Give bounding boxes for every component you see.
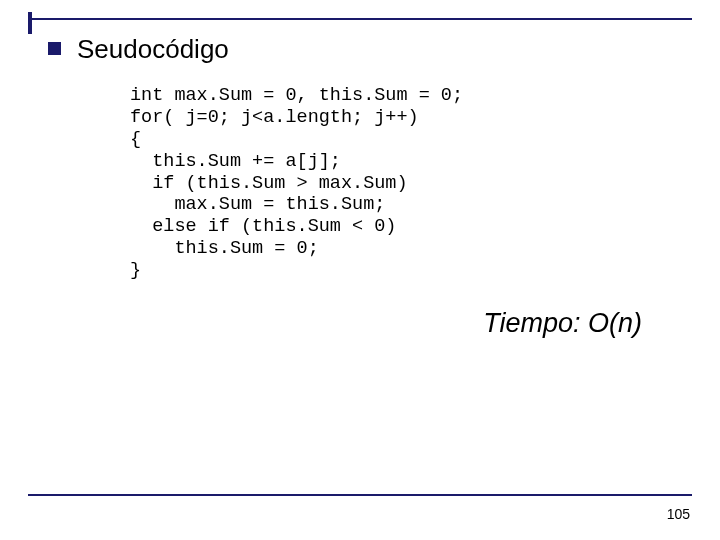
slide: Técnicas básicas de diseño de algoritmos… [0, 0, 720, 540]
pseudocode-block: int max.Sum = 0, this.Sum = 0; for( j=0;… [130, 85, 682, 281]
subtitle: Seudocódigo [77, 34, 229, 65]
title-block: Técnicas básicas de diseño de algoritmos [28, 12, 692, 20]
square-bullet-icon [48, 42, 61, 55]
page-number: 105 [667, 506, 690, 522]
footer-divider [28, 494, 692, 496]
content-area: Seudocódigo int max.Sum = 0, this.Sum = … [28, 20, 692, 339]
time-complexity: Tiempo: O(n) [48, 308, 642, 339]
bullet-row: Seudocódigo [48, 34, 682, 65]
